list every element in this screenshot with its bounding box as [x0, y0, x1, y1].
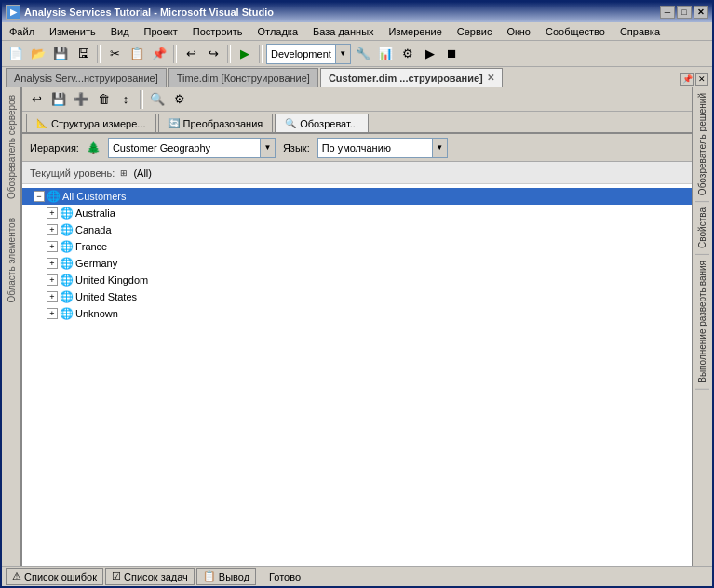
toolbar-btn-extra4[interactable]: ▶	[420, 44, 440, 64]
menu-community[interactable]: Сообщество	[542, 24, 609, 39]
tree-item-canada[interactable]: + 🌐 Canada	[22, 221, 692, 238]
copy-btn[interactable]: 📋	[127, 44, 147, 64]
france-expand-btn[interactable]: +	[47, 241, 58, 252]
hierarchy-tree-icon: 🌲	[87, 141, 101, 154]
status-tab-errors[interactable]: ⚠ Список ошибок	[6, 568, 103, 585]
root-expand-btn[interactable]: −	[34, 191, 45, 202]
subtab-browser-icon: 🔍	[285, 118, 296, 128]
redo-btn[interactable]: ↪	[203, 44, 223, 64]
lang-value: По умолчанию	[318, 142, 432, 154]
paste-btn[interactable]: 📌	[149, 44, 169, 64]
hierarchy-combo-arrow[interactable]: ▼	[260, 139, 275, 157]
maximize-button[interactable]: □	[677, 6, 692, 19]
right-sidebar-deploy[interactable]: Выполнение развертывания	[695, 255, 709, 390]
germany-label: Germany	[75, 258, 117, 269]
tree-item-germany[interactable]: + 🌐 Germany	[22, 255, 692, 272]
toolbar-btn-extra2[interactable]: 📊	[375, 44, 396, 64]
new-btn[interactable]: 📄	[6, 44, 26, 64]
undo-btn[interactable]: ↩	[181, 44, 201, 64]
sep1	[97, 45, 101, 63]
status-bar: ⚠ Список ошибок ☑ Список задач 📋 Вывод Г…	[2, 566, 712, 586]
tasks-label: Список задач	[124, 571, 188, 582]
us-expand-btn[interactable]: +	[47, 291, 58, 302]
main-content: ↩ 💾 ➕ 🗑 ↕ 🔍 ⚙ 📐 Структура измере... 🔄 Пр…	[22, 87, 692, 586]
run-btn[interactable]: ▶	[235, 44, 255, 64]
inner-btn-back[interactable]: ↩	[26, 89, 47, 110]
sep4	[259, 45, 263, 63]
tree-item-united-states[interactable]: + 🌐 United States	[22, 288, 692, 305]
sidebar-label-components[interactable]: Область элементов	[7, 218, 17, 303]
right-sidebar-properties[interactable]: Свойства	[695, 202, 709, 255]
status-text: Готово	[265, 571, 304, 582]
canada-globe-icon: 🌐	[60, 223, 73, 236]
menu-measure[interactable]: Измерение	[385, 24, 446, 39]
france-label: France	[75, 241, 107, 252]
current-level-label: Текущий уровень:	[30, 167, 115, 179]
doc-tab-label-time: Time.dim [Конструирование]	[177, 73, 310, 84]
doc-tab-close[interactable]: ✕	[487, 73, 494, 83]
dock-btn-close[interactable]: ✕	[695, 73, 708, 86]
tree-root-all-customers[interactable]: − 🌐 All Customers	[22, 188, 692, 205]
inner-btn-delete[interactable]: 🗑	[93, 89, 114, 110]
menu-edit[interactable]: Изменить	[46, 24, 100, 39]
menu-database[interactable]: База данных	[309, 24, 378, 39]
inner-btn-settings[interactable]: ⚙	[169, 89, 190, 110]
inner-btn-filter[interactable]: 🔍	[147, 89, 168, 110]
doc-tab-time[interactable]: Time.dim [Конструирование]	[168, 68, 318, 87]
menu-project[interactable]: Проект	[141, 24, 182, 39]
left-sidebar: Обозреватель серверов Область элементов	[2, 87, 22, 586]
hierarchy-combo[interactable]: Customer Geography ▼	[108, 138, 276, 158]
uk-globe-icon: 🌐	[60, 274, 73, 287]
menu-debug[interactable]: Отладка	[254, 24, 302, 39]
lang-combo[interactable]: По умолчанию ▼	[317, 138, 448, 158]
germany-expand-btn[interactable]: +	[47, 258, 58, 269]
deployment-combo[interactable]: Development ▼	[266, 44, 351, 64]
open-btn[interactable]: 📂	[28, 44, 48, 64]
dock-btn-pin[interactable]: 📌	[680, 73, 694, 86]
doc-tab-analysis[interactable]: Analysis Serv...нструирование]	[6, 68, 167, 87]
toolbar-btn-extra5[interactable]: ⏹	[442, 44, 463, 64]
root-globe-icon: 🌐	[47, 190, 60, 203]
toolbar-btn-extra3[interactable]: ⚙	[397, 44, 418, 64]
deployment-arrow[interactable]: ▼	[335, 45, 350, 63]
sidebar-label-server-explorer[interactable]: Обозреватель серверов	[7, 95, 17, 199]
menu-view[interactable]: Вид	[107, 24, 133, 39]
status-tab-output[interactable]: 📋 Вывод	[196, 568, 256, 585]
lang-combo-arrow[interactable]: ▼	[432, 139, 447, 157]
sep3	[227, 45, 231, 63]
title-bar-left: ▶ Analysis Services Tutorial - Microsoft…	[6, 5, 274, 20]
tree-item-australia[interactable]: + 🌐 Australia	[22, 205, 692, 221]
canada-expand-btn[interactable]: +	[47, 224, 58, 235]
inner-btn-add[interactable]: ➕	[71, 89, 91, 110]
save-btn[interactable]: 💾	[50, 44, 71, 64]
menu-service[interactable]: Сервис	[453, 24, 496, 39]
inner-btn-move[interactable]: ↕	[115, 89, 136, 110]
doc-tab-customer[interactable]: Customer.dim ...струирование] ✕	[320, 68, 503, 87]
save-all-btn[interactable]: 🖫	[73, 44, 93, 64]
tree-item-france[interactable]: + 🌐 France	[22, 238, 692, 255]
status-tab-tasks[interactable]: ☑ Список задач	[105, 568, 195, 585]
subtab-structure[interactable]: 📐 Структура измере...	[26, 114, 156, 132]
current-level-expand[interactable]: ⊞	[120, 168, 128, 178]
close-button[interactable]: ✕	[694, 6, 708, 19]
inner-btn-save[interactable]: 💾	[48, 89, 69, 110]
menu-help[interactable]: Справка	[616, 24, 664, 39]
tree-item-unknown[interactable]: + 🌐 Unknown	[22, 305, 692, 322]
subtab-browser[interactable]: 🔍 Обозреват...	[275, 114, 369, 132]
right-sidebar-solutions[interactable]: Обозреватель решений	[695, 87, 709, 202]
uk-expand-btn[interactable]: +	[47, 274, 58, 286]
menu-build[interactable]: Построить	[189, 24, 247, 39]
unknown-expand-btn[interactable]: +	[47, 308, 58, 319]
main-window: ▶ Analysis Services Tutorial - Microsoft…	[0, 0, 714, 588]
menu-window[interactable]: Окно	[503, 24, 534, 39]
errors-icon: ⚠	[12, 570, 21, 582]
toolbar-btn-extra1[interactable]: 🔧	[353, 44, 373, 64]
tree-item-united-kingdom[interactable]: + 🌐 United Kingdom	[22, 272, 692, 288]
australia-label: Australia	[75, 207, 115, 219]
australia-expand-btn[interactable]: +	[47, 207, 58, 219]
cut-btn[interactable]: ✂	[104, 44, 125, 64]
menu-file[interactable]: Файл	[6, 24, 38, 39]
us-label: United States	[75, 291, 137, 302]
minimize-button[interactable]: ─	[660, 6, 675, 19]
subtab-transforms[interactable]: 🔄 Преобразования	[158, 114, 274, 132]
